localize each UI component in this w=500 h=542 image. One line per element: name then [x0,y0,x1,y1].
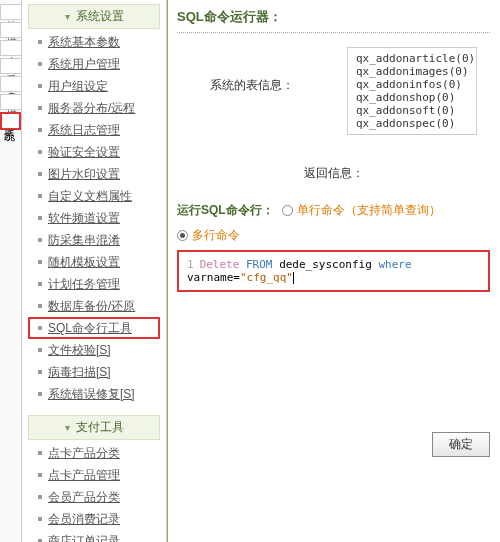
menu-item-0-16[interactable]: 系统错误修复[S] [28,383,160,405]
run-sql-label: 运行SQL命令行： [177,202,274,219]
chevron-down-icon: ▾ [65,11,70,22]
sql-linenum: 1 [187,258,194,271]
bullet-icon [38,62,42,66]
menu-item-1-4[interactable]: 商店订单记录 [28,530,160,542]
bullet-icon [38,238,42,242]
menu-item-0-6[interactable]: 图片水印设置 [28,163,160,185]
tab-1[interactable]: 模块 [0,22,21,38]
menu-item-1-3[interactable]: 会员消费记录 [28,508,160,530]
menu-item-0-15[interactable]: 病毒扫描[S] [28,361,160,383]
menu-item-1-0[interactable]: 点卡产品分类 [28,442,160,464]
table-info-row: 系统的表信息： qx_addonarticle(0)qx_addonimages… [177,47,490,135]
section-header-0[interactable]: ▾系统设置 [28,4,160,29]
page-title: SQL命令运行器： [177,8,490,26]
tab-4[interactable]: 会员 [0,76,21,92]
bullet-icon [38,260,42,264]
bullet-icon [38,84,42,88]
menu-item-0-5[interactable]: 验证安全设置 [28,141,160,163]
content-area: SQL命令运行器： 系统的表信息： qx_addonarticle(0)qx_a… [167,0,500,542]
menu-item-0-3[interactable]: 服务器分布/远程 [28,97,160,119]
tab-2[interactable]: 生成 [0,40,21,56]
bullet-icon [38,106,42,110]
bullet-icon [38,495,42,499]
bullet-icon [38,40,42,44]
radio-multi[interactable] [177,230,188,241]
bullet-icon [38,451,42,455]
bullet-icon [38,194,42,198]
bullet-icon [38,128,42,132]
table-row[interactable]: qx_addonshop(0) [356,91,468,104]
menu-item-0-12[interactable]: 数据库备份/还原 [28,295,160,317]
bullet-icon [38,282,42,286]
bullet-icon [38,216,42,220]
menu-item-0-4[interactable]: 系统日志管理 [28,119,160,141]
radio-multi-group[interactable]: 多行命令 [177,227,240,244]
tab-5[interactable]: 模板 [0,94,21,110]
menu-item-0-13[interactable]: SQL命令行工具 [28,317,160,339]
submit-button[interactable]: 确定 [432,432,490,457]
sql-col: varname= [187,271,240,284]
radio-multi-label: 多行命令 [192,227,240,244]
sidebar: ▾系统设置系统基本参数系统用户管理用户组设定服务器分布/远程系统日志管理验证安全… [22,0,167,542]
menu-item-0-10[interactable]: 随机模板设置 [28,251,160,273]
table-row[interactable]: qx_addonspec(0) [356,117,468,130]
sql-kw-delete: Delete [200,258,240,271]
menu-item-0-7[interactable]: 自定义文档属性 [28,185,160,207]
bullet-icon [38,348,42,352]
content-divider [167,0,168,542]
menu-item-0-8[interactable]: 软件频道设置 [28,207,160,229]
table-row[interactable]: qx_addoninfos(0) [356,78,468,91]
table-row[interactable]: qx_addonimages(0) [356,65,468,78]
menu-item-0-1[interactable]: 系统用户管理 [28,53,160,75]
title-underline [177,32,490,33]
table-info-label: 系统的表信息： [177,47,327,135]
tab-6[interactable]: 系统 [0,112,21,130]
radio-single-label: 单行命令（支持简单查询） [297,202,441,219]
bullet-icon [38,326,42,330]
bullet-icon [38,150,42,154]
return-info-label: 返回信息： [177,165,490,182]
sql-table: dede_sysconfig [279,258,372,271]
radio-single[interactable] [282,205,293,216]
table-row[interactable]: qx_addonarticle(0) [356,52,468,65]
menu-item-0-0[interactable]: 系统基本参数 [28,31,160,53]
table-row[interactable]: qx_addonsoft(0) [356,104,468,117]
menu-item-0-14[interactable]: 文件校验[S] [28,339,160,361]
tab-3[interactable]: 采集 [0,58,21,74]
sql-kw-from: FROM [246,258,273,271]
bullet-icon [38,172,42,176]
section-header-1[interactable]: ▾支付工具 [28,415,160,440]
menu-item-0-2[interactable]: 用户组设定 [28,75,160,97]
run-sql-row: 运行SQL命令行： 单行命令（支持简单查询） 多行命令 [177,202,490,244]
radio-single-group[interactable]: 单行命令（支持简单查询） [282,202,441,219]
bullet-icon [38,473,42,477]
sql-textarea[interactable]: 1Delete FROM dede_sysconfig where varnam… [177,250,490,292]
text-cursor [293,272,294,284]
bullet-icon [38,517,42,521]
chevron-down-icon: ▾ [65,422,70,433]
bullet-icon [38,304,42,308]
vertical-tabbar: 核心模块生成采集会员模板系统 [0,0,22,542]
tab-0[interactable]: 核心 [0,4,21,20]
menu-item-1-2[interactable]: 会员产品分类 [28,486,160,508]
button-row: 确定 [177,432,490,457]
table-list[interactable]: qx_addonarticle(0)qx_addonimages(0)qx_ad… [347,47,477,135]
sql-kw-where: where [378,258,411,271]
menu-item-0-11[interactable]: 计划任务管理 [28,273,160,295]
menu-item-0-9[interactable]: 防采集串混淆 [28,229,160,251]
bullet-icon [38,370,42,374]
sql-str: "cfg_qq" [240,271,293,284]
menu-item-1-1[interactable]: 点卡产品管理 [28,464,160,486]
bullet-icon [38,392,42,396]
